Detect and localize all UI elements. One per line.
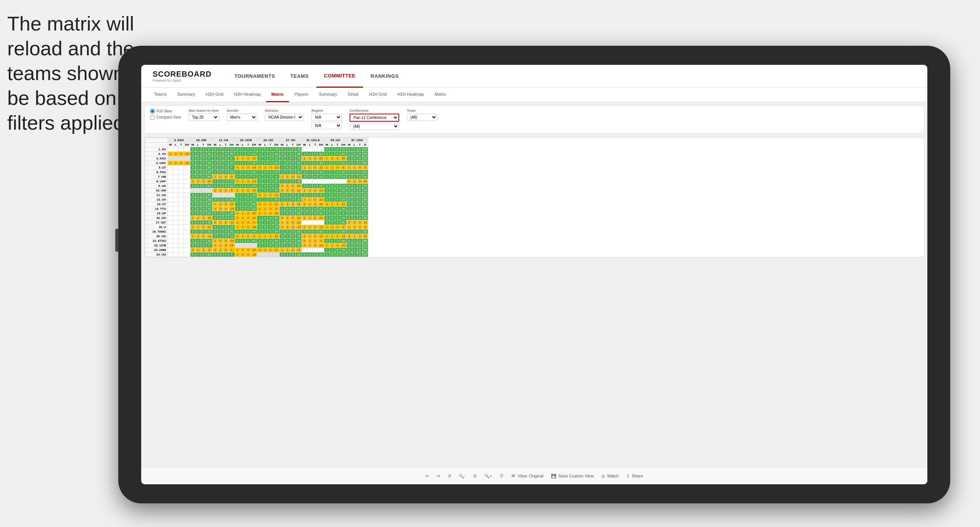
- row-label: 10. UW: [145, 188, 168, 193]
- timer-button[interactable]: ⏱: [500, 474, 504, 478]
- matrix-cell: 1: [257, 161, 263, 165]
- matrix-cell: 0: [201, 220, 206, 225]
- watch-button[interactable]: ◎ Watch: [601, 474, 619, 479]
- matrix-cell: [179, 170, 184, 175]
- conference-sub-select[interactable]: (All): [350, 123, 399, 130]
- matrix-cell: 14: [184, 152, 190, 156]
- team-select[interactable]: (All): [407, 114, 437, 121]
- zoom-out-button[interactable]: 🔍-: [459, 474, 466, 479]
- subtab-h2h-grid[interactable]: H2H Grid: [200, 88, 229, 102]
- matrix-cell: 0: [290, 216, 295, 220]
- subtab-teams[interactable]: Teams: [149, 88, 172, 102]
- matrix-cell: 12: [295, 248, 302, 252]
- matrix-cell: 0: [357, 239, 363, 243]
- matrix-cell: 1: [195, 193, 201, 198]
- col-uu: 54. UU: [324, 138, 347, 143]
- division-select[interactable]: NCAA Division I: [265, 114, 304, 121]
- matrix-cell: 3: [279, 147, 285, 152]
- matrix-cell: 2: [257, 207, 263, 211]
- subheader-label: [145, 143, 168, 147]
- gender-select[interactable]: Men's: [227, 114, 257, 121]
- matrix-cell: 0: [263, 216, 268, 220]
- matrix-cell: 0: [313, 207, 318, 211]
- subtab-detail[interactable]: Detail: [342, 88, 364, 102]
- matrix-cell: 0: [195, 220, 201, 225]
- matrix-cell: 1: [263, 198, 268, 202]
- matrix-cell: 2: [285, 188, 290, 193]
- subtab-matrix2[interactable]: Matrix: [429, 88, 451, 102]
- subtab-summary[interactable]: Summary: [172, 88, 200, 102]
- matrix-cell: 1: [302, 165, 307, 170]
- redo-button[interactable]: ↪: [437, 474, 440, 479]
- full-view-radio[interactable]: [150, 109, 155, 114]
- conference-filter: Conference Pac-12 Conference (All): [350, 109, 399, 130]
- tablet-side-button[interactable]: [115, 229, 118, 252]
- sh-uu-l: L: [329, 143, 335, 147]
- matrix-cell: 12: [295, 188, 302, 193]
- max-teams-label: Max teams in view: [189, 109, 219, 112]
- subtab-h2h-heatmap2[interactable]: H2H Heatmap: [392, 88, 429, 102]
- matrix-cell: 2: [218, 239, 223, 243]
- sh-su-d: Dif: [295, 143, 302, 147]
- view-original-button[interactable]: 👁 View: Original: [511, 474, 543, 478]
- view-original-label: View: Original: [517, 474, 543, 478]
- matrix-cell: 1: [352, 165, 357, 170]
- compact-view-radio[interactable]: [150, 115, 155, 120]
- nav-teams[interactable]: TEAMS: [283, 65, 316, 88]
- nav-tournaments[interactable]: TOURNAMENTS: [227, 65, 282, 88]
- matrix-cell: 3: [347, 184, 352, 188]
- matrix-cell: 3: [190, 193, 195, 198]
- matrix-cell: 0: [290, 188, 295, 193]
- sh-su-w: W: [279, 143, 285, 147]
- share-button[interactable]: ⇧ Share: [626, 474, 643, 479]
- matrix-cell: 0: [357, 179, 363, 184]
- matrix-cell: 14: [295, 202, 302, 207]
- matrix-cell: 0: [245, 207, 251, 211]
- matrix-cell: 1: [352, 248, 357, 252]
- nav-rankings[interactable]: RANKINGS: [363, 65, 406, 88]
- matrix-cell: [179, 207, 184, 211]
- matrix-cell: 2: [195, 216, 201, 220]
- subtab-h2h-grid2[interactable]: H2H Grid: [364, 88, 392, 102]
- matrix-cell: 1: [195, 225, 201, 230]
- compact-view-option[interactable]: Compact View: [150, 115, 181, 120]
- refresh-button[interactable]: ↺: [448, 474, 451, 479]
- matrix-cell: 0: [268, 198, 273, 202]
- matrix-cell: 3: [257, 225, 263, 230]
- subtab-players[interactable]: Players: [289, 88, 314, 102]
- matrix-cell: 0: [240, 230, 245, 234]
- subtab-h2h-heatmap[interactable]: H2H Heatmap: [229, 88, 266, 102]
- matrix-cell: 5: [363, 165, 368, 170]
- zoom-in-button[interactable]: 🔍+: [484, 474, 492, 479]
- matrix-cell: 20: [229, 198, 235, 202]
- max-teams-select[interactable]: Top 25: [189, 114, 219, 121]
- matrix-cell: 0: [268, 230, 273, 234]
- matrix-cell: 0: [245, 248, 251, 252]
- matrix-cell: 10: [363, 179, 368, 184]
- matrix-cell: 10: [251, 188, 257, 193]
- matrix-cell: [184, 207, 190, 211]
- matrix-cell: 0: [313, 175, 318, 179]
- matrix-cell: -14: [251, 252, 257, 257]
- matrix-cell: 2: [324, 156, 329, 161]
- save-custom-button[interactable]: 💾 Save Custom View: [551, 474, 594, 479]
- matrix-cell: [318, 220, 324, 225]
- region-sub-select[interactable]: N/A: [311, 122, 342, 129]
- matrix-cell: [235, 243, 240, 248]
- matrix-cell: 25: [273, 198, 280, 202]
- matrix-cell: [179, 165, 184, 170]
- matrix-cell: 1: [263, 179, 268, 184]
- undo-button[interactable]: ↩: [426, 474, 429, 479]
- matrix-cell: 0: [290, 161, 295, 165]
- subtab-matrix[interactable]: Matrix: [266, 88, 289, 102]
- full-view-option[interactable]: Full View: [150, 109, 181, 114]
- matrix-cell: 2: [257, 243, 263, 248]
- subtab-summary2[interactable]: Summary: [314, 88, 342, 102]
- region-select[interactable]: N/A: [311, 114, 342, 121]
- nav-committee[interactable]: COMMITTEE: [316, 65, 363, 88]
- matrix-cell: 0: [290, 207, 295, 211]
- conference-select[interactable]: Pac-12 Conference: [350, 114, 399, 122]
- matrix-cell: 0: [201, 175, 206, 179]
- row-label: 15. UF: [145, 211, 168, 216]
- zoom-fit-button[interactable]: ⊡: [473, 474, 477, 479]
